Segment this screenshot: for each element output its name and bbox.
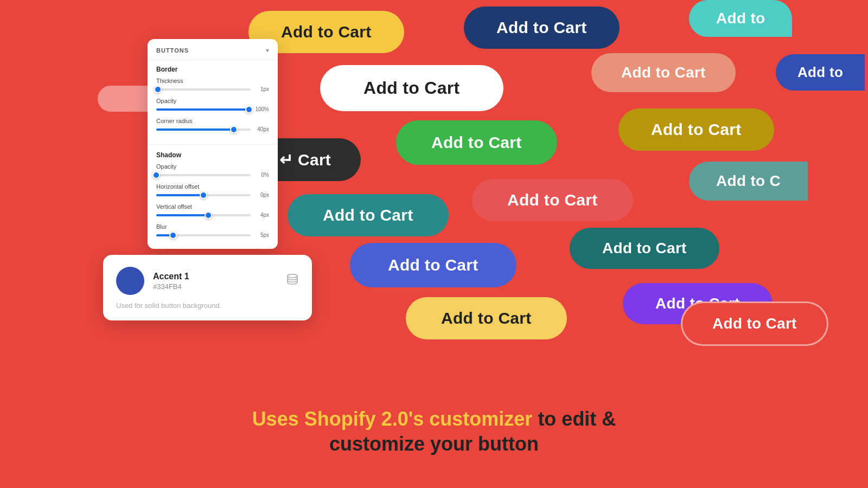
color-hex: #334FB4 xyxy=(153,282,277,291)
vertical-offset-fill xyxy=(156,214,208,216)
blur-track[interactable] xyxy=(156,234,251,236)
color-swatch xyxy=(116,267,144,295)
opacity-slider-row: Opacity 100% xyxy=(156,98,269,112)
vertical-offset-label: Vertical offset xyxy=(156,203,269,210)
corner-radius-track[interactable] xyxy=(156,129,251,131)
svg-point-0 xyxy=(288,274,297,278)
shadow-opacity-container: 0% xyxy=(156,172,269,178)
color-description: Used for solid button background. xyxy=(116,301,299,310)
opacity-track[interactable] xyxy=(156,108,251,111)
opacity-value: 100% xyxy=(254,106,269,112)
add-to-cart-button-teal-top[interactable]: Add to xyxy=(689,0,792,37)
opacity-slider-container: 100% xyxy=(156,106,269,112)
thickness-label: Thickness xyxy=(156,78,269,84)
add-to-cart-button-red[interactable]: Add to Cart xyxy=(472,179,633,221)
add-to-cart-button-gold[interactable]: Add to Cart xyxy=(618,108,774,151)
stack-icon[interactable] xyxy=(286,273,299,289)
vertical-offset-thumb[interactable] xyxy=(205,211,212,219)
border-section: Border Thickness 1px Opacity 100% xyxy=(148,60,278,143)
blur-label: Blur xyxy=(156,223,269,230)
color-info: Accent 1 #334FB4 xyxy=(153,272,277,291)
corner-radius-slider-container: 40px xyxy=(156,126,269,132)
corner-radius-fill xyxy=(156,129,234,131)
add-to-cart-button-coral-bottom[interactable]: Add to Cart xyxy=(681,301,828,346)
border-section-title: Border xyxy=(156,66,269,73)
opacity-fill xyxy=(156,108,251,111)
opacity-thumb[interactable] xyxy=(245,106,253,113)
divider xyxy=(148,144,278,145)
corner-radius-thumb[interactable] xyxy=(230,126,238,133)
add-to-cart-button-blue-mid[interactable]: Add to Cart xyxy=(350,243,516,287)
panel-header: BUTTONS ▾ xyxy=(148,39,278,60)
color-card: Accent 1 #334FB4 Used for solid button b… xyxy=(103,255,312,320)
horizontal-offset-fill xyxy=(156,194,203,196)
horizontal-offset-container: 0px xyxy=(156,192,269,198)
vertical-offset-slider-row: Vertical offset 4px xyxy=(156,203,269,218)
add-to-cart-button-teal-dark[interactable]: Add to Cart xyxy=(570,228,719,269)
thickness-slider-container: 1px xyxy=(156,86,269,92)
add-to-cart-button-dark-blue[interactable]: Add to Cart xyxy=(464,7,620,49)
add-to-cart-button-white[interactable]: Add to Cart xyxy=(320,65,503,111)
shadow-opacity-label: Opacity xyxy=(156,163,269,170)
blur-slider-row: Blur 5px xyxy=(156,223,269,238)
panel-title: BUTTONS xyxy=(156,47,189,54)
add-to-cart-button-blue-right[interactable]: Add to xyxy=(776,54,865,91)
horizontal-offset-value: 0px xyxy=(254,192,269,198)
horizontal-offset-track[interactable] xyxy=(156,194,251,196)
shadow-opacity-value: 0% xyxy=(254,172,269,178)
shadow-opacity-slider-row: Opacity 0% xyxy=(156,163,269,178)
vertical-offset-track[interactable] xyxy=(156,214,251,216)
shadow-opacity-thumb[interactable] xyxy=(152,171,160,179)
blur-value: 5px xyxy=(254,232,269,238)
add-to-cart-button-teal-mid[interactable]: Add to Cart xyxy=(288,194,449,236)
bottom-line1-highlight: Uses Shopify 2.0's customizer xyxy=(252,408,533,430)
shadow-section-title: Shadow xyxy=(156,151,269,159)
shadow-opacity-track[interactable] xyxy=(156,174,251,176)
corner-radius-slider-row: Corner radius 40px xyxy=(156,118,269,132)
corner-radius-value: 40px xyxy=(254,126,269,132)
thickness-track[interactable] xyxy=(156,88,251,91)
vertical-offset-container: 4px xyxy=(156,212,269,218)
add-to-cart-button-salmon[interactable]: Add to Cart xyxy=(591,53,736,92)
vertical-offset-value: 4px xyxy=(254,212,269,218)
bottom-text-area: Uses Shopify 2.0's customizer to edit & … xyxy=(0,408,868,455)
add-to-cart-button-teal-right[interactable]: Add to C xyxy=(689,162,808,201)
opacity-label: Opacity xyxy=(156,98,269,104)
horizontal-offset-label: Horizontal offset xyxy=(156,183,269,190)
thickness-thumb[interactable] xyxy=(154,86,162,93)
thickness-value: 1px xyxy=(254,86,269,92)
blur-thumb[interactable] xyxy=(169,232,177,239)
corner-radius-label: Corner radius xyxy=(156,118,269,124)
chevron-down-icon[interactable]: ▾ xyxy=(266,47,269,54)
add-to-cart-button-green[interactable]: Add to Cart xyxy=(396,120,557,165)
blur-container: 5px xyxy=(156,232,269,238)
color-card-top: Accent 1 #334FB4 xyxy=(116,267,299,295)
shadow-section: Shadow Opacity 0% Horizontal offset 0px xyxy=(148,146,278,249)
thickness-slider-row: Thickness 1px xyxy=(156,78,269,92)
bottom-line2: customize your button xyxy=(0,433,868,455)
bottom-line1-rest: to edit & xyxy=(532,408,616,430)
horizontal-offset-thumb[interactable] xyxy=(200,191,207,199)
horizontal-offset-slider-row: Horizontal offset 0px xyxy=(156,183,269,198)
bottom-line1: Uses Shopify 2.0's customizer to edit & xyxy=(0,408,868,431)
color-name: Accent 1 xyxy=(153,272,277,281)
add-to-cart-button-yellow-light[interactable]: Add to Cart xyxy=(406,297,567,339)
buttons-panel: BUTTONS ▾ Border Thickness 1px Opacity xyxy=(148,39,278,249)
